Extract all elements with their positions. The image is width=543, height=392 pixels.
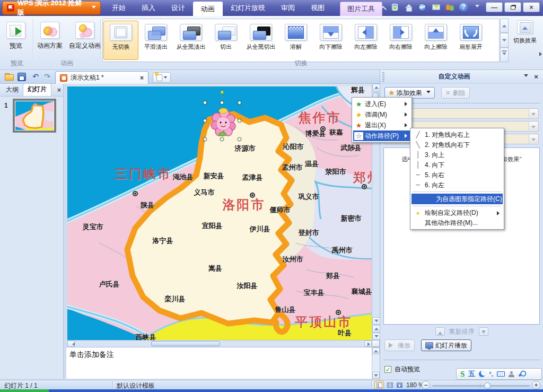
menu-tab[interactable]: 幻灯片放映	[223, 0, 273, 16]
collapse-ribbon-icon[interactable]	[380, 5, 386, 10]
save-icon[interactable]	[17, 72, 27, 81]
transition-item[interactable]: 向上擦除	[418, 21, 453, 60]
undo-icon[interactable]: ↶	[31, 72, 40, 81]
view-normal-button[interactable]	[374, 381, 384, 389]
resize-handle[interactable]	[238, 119, 241, 123]
resize-handle[interactable]	[203, 137, 207, 141]
menu-tab[interactable]: 动画	[193, 2, 223, 16]
zoom-slider[interactable]	[432, 385, 530, 387]
resize-handle[interactable]	[238, 101, 241, 104]
submenu-item[interactable]: 其他动作路径(M)...	[411, 218, 503, 228]
close-pane-icon[interactable]: ×	[531, 73, 541, 81]
resize-handle[interactable]	[203, 101, 207, 104]
scroll-left-icon[interactable]	[67, 341, 75, 347]
slide-canvas[interactable]: 三门峡市焦作市洛阳市平顶山市郑州辉县济源市沁阳市博爱县获嘉武陟县孟州市温县荥阳市…	[67, 84, 372, 340]
slideshow-button[interactable]: 幻灯片播放	[421, 339, 471, 351]
submenu-item[interactable]: │ 4. 向下	[411, 160, 503, 170]
next-slide-icon[interactable]	[372, 333, 380, 340]
transition-item[interactable]: 向左擦除	[348, 21, 383, 60]
desktop-icon[interactable]	[390, 3, 399, 12]
submenu-item[interactable]: ╲ 2. 对角线向右下	[411, 140, 503, 150]
submenu-item[interactable]	[413, 206, 502, 206]
zoom-slider-thumb[interactable]	[484, 382, 491, 389]
menu-tab[interactable]: 设计	[163, 0, 193, 16]
redo-icon[interactable]: ↷	[42, 72, 52, 81]
context-menu-item[interactable]: ☆ 动作路径(P)	[353, 130, 410, 141]
zoom-out-button[interactable]: −	[422, 381, 430, 389]
scroll-down-icon[interactable]	[372, 372, 380, 379]
zoom-in-button[interactable]: +	[532, 381, 540, 389]
tab-picture-tools[interactable]: 图片工具	[340, 2, 382, 16]
transition-item[interactable]: 向下擦除	[313, 21, 348, 60]
animation-button[interactable]: 自定义动画	[67, 20, 103, 52]
view-sorter-button[interactable]	[385, 381, 395, 389]
close-document-icon[interactable]: ×	[140, 74, 144, 82]
wps-app-button[interactable]: WPS 演示 2012 抢鲜版	[2, 1, 101, 15]
auto-preview-checkbox[interactable]: ✓	[384, 366, 391, 373]
submenu-item[interactable]	[413, 191, 502, 192]
reorder-down-button[interactable]	[479, 327, 488, 336]
menu-tab[interactable]: 插入	[134, 0, 163, 16]
ime-mode-moon-icon[interactable]	[479, 371, 485, 377]
menu-tab[interactable]: 审阅	[273, 0, 303, 16]
transition-item[interactable]: 向右擦除	[383, 21, 418, 60]
reorder-up-button[interactable]	[435, 327, 445, 336]
submenu-item[interactable]: ─ 6. 向左	[411, 180, 503, 190]
delete-button[interactable]: ✕ 删除	[441, 87, 470, 99]
new-document-button[interactable]	[153, 72, 171, 83]
menu-tab[interactable]: 视图	[303, 0, 332, 16]
previous-slide-icon[interactable]	[372, 325, 380, 333]
selection-box[interactable]	[205, 103, 239, 139]
submenu-item[interactable]: ─ 5. 向右	[411, 170, 503, 180]
submenu-item[interactable]: 为自选图形指定路径(C)	[411, 194, 503, 204]
gallery-scroll-down-icon[interactable]	[500, 33, 509, 47]
chevron-down-icon[interactable]	[475, 5, 479, 10]
gallery-more-icon[interactable]	[500, 48, 509, 62]
resize-handle[interactable]	[203, 119, 207, 123]
slide-thumbnail[interactable]	[13, 99, 56, 133]
ime-wubi-icon[interactable]: 五	[468, 369, 475, 379]
gallery-scroll-up-icon[interactable]	[500, 19, 509, 33]
mail-icon[interactable]	[432, 3, 441, 12]
home-icon[interactable]	[404, 3, 413, 12]
ime-settings-icon[interactable]	[518, 371, 525, 377]
transition-item[interactable]: 扇形展开	[453, 21, 488, 60]
resize-handle[interactable]	[220, 101, 224, 104]
ime-sogou-icon[interactable]: S	[460, 370, 465, 379]
tab-slides[interactable]: 幻灯片	[23, 83, 51, 96]
transition-item[interactable]: 切出	[208, 21, 243, 60]
horizontal-scrollbar[interactable]	[67, 340, 372, 347]
document-tab[interactable]: 演示文稿1 * ×	[55, 71, 148, 84]
scroll-down-icon[interactable]	[372, 317, 380, 325]
restore-button[interactable]	[504, 2, 521, 12]
ime-user-icon[interactable]	[509, 371, 514, 377]
ime-punctuation-icon[interactable]: °,	[489, 371, 493, 377]
play-button[interactable]: 播放	[384, 339, 415, 351]
transition-item[interactable]: 无切换	[103, 21, 138, 60]
context-menu-item[interactable]: ★ 退出(X)	[353, 120, 410, 130]
open-folder-icon[interactable]	[4, 72, 14, 81]
notes-scrollbar[interactable]	[372, 347, 380, 379]
notes-pane[interactable]: 单击添加备注	[66, 347, 380, 379]
transition-item[interactable]: 溶解	[278, 21, 313, 60]
users-icon[interactable]	[445, 3, 454, 12]
minimize-button[interactable]: —	[486, 2, 503, 12]
horizontal-scroll-thumb[interactable]	[151, 341, 220, 346]
view-slideshow-button[interactable]	[395, 381, 404, 389]
submenu-item[interactable]: ★ 绘制自定义路径(D)	[411, 208, 503, 217]
resize-handle[interactable]	[238, 137, 241, 141]
tab-outline[interactable]: 大纲	[2, 84, 23, 96]
submenu-item[interactable]: │ 3. 向上	[411, 150, 503, 160]
split-handle-icon[interactable]	[372, 340, 380, 347]
scroll-up-icon[interactable]	[372, 84, 380, 91]
transition-effects-button[interactable]: 切换效果	[511, 20, 539, 45]
context-menu-item[interactable]: ★ 强调(M)	[353, 109, 410, 120]
transition-item[interactable]: 从全黑切出	[243, 21, 278, 60]
scroll-right-icon[interactable]	[364, 341, 372, 347]
animation-button[interactable]: 动画方案	[35, 20, 65, 52]
help-icon[interactable]: ?	[459, 3, 468, 12]
close-button[interactable]: ×	[523, 2, 540, 12]
rotate-handle[interactable]	[220, 90, 224, 94]
resize-handle[interactable]	[220, 137, 224, 141]
transition-item[interactable]: 平滑淡出	[138, 21, 173, 60]
